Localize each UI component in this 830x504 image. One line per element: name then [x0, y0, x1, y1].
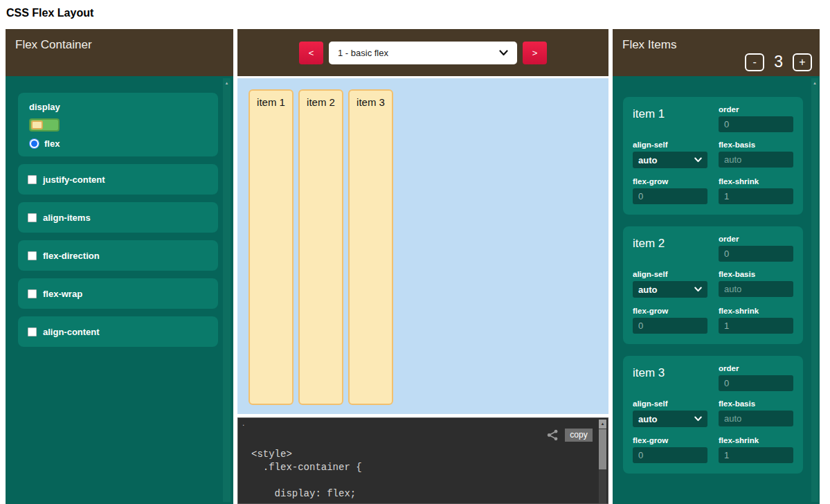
property-checkbox[interactable] — [28, 175, 37, 184]
flex-grow-field: flex-grow — [633, 307, 707, 336]
item-card-title: item 2 — [633, 235, 707, 264]
display-flex-radio[interactable] — [29, 138, 39, 149]
flex-basis-label: flex-basis — [719, 399, 793, 408]
flex-shrink-label: flex-shrink — [719, 177, 793, 186]
code-toolbar: copy — [547, 429, 593, 442]
display-toggle[interactable] — [29, 118, 60, 132]
property-checkbox[interactable] — [28, 327, 37, 336]
preset-select[interactable]: 1 - basic flex — [329, 42, 517, 64]
preview-panel: < 1 - basic flex > item 1item 2item 3 . … — [237, 29, 608, 504]
scroll-up-icon[interactable]: ▲ — [223, 78, 231, 86]
flex-shrink-field: flex-shrink — [719, 307, 793, 336]
chevron-down-icon — [499, 50, 508, 56]
order-field: order — [719, 364, 793, 393]
item-cards-list: item 1 order align-self auto flex-grow f… — [613, 97, 820, 474]
flex-demo-item: item 3 — [348, 89, 393, 405]
flex-grow-field: flex-grow — [633, 436, 707, 465]
flex-grow-input[interactable] — [633, 447, 707, 463]
flex-shrink-field: flex-shrink — [719, 436, 793, 465]
align-self-label: align-self — [633, 399, 707, 408]
add-item-button[interactable]: + — [793, 53, 812, 71]
align-self-label: align-self — [633, 141, 707, 149]
flex-container-body: display flex justify-content align-items… — [6, 76, 233, 504]
order-label: order — [719, 364, 793, 372]
display-flex-radio-row: flex — [29, 138, 218, 149]
flex-basis-field: flex-basis — [719, 270, 793, 300]
display-label: display — [29, 102, 218, 112]
property-label: flex-direction — [43, 251, 100, 261]
flex-item-card: item 2 order align-self auto flex-grow f… — [623, 226, 803, 344]
flex-items-title: Flex Items — [622, 38, 676, 52]
flex-demo-item: item 1 — [249, 89, 294, 405]
flex-shrink-label: flex-shrink — [719, 436, 793, 444]
flex-container-header: Flex Container — [6, 29, 233, 76]
display-flex-radio-label: flex — [44, 138, 60, 149]
remove-item-button[interactable]: - — [745, 53, 764, 71]
property-checkbox[interactable] — [28, 213, 37, 222]
order-input[interactable] — [719, 246, 793, 262]
container-property-card[interactable]: flex-direction — [18, 240, 218, 271]
flex-grow-input[interactable] — [633, 318, 707, 334]
flex-shrink-input[interactable] — [719, 188, 793, 204]
container-property-card[interactable]: justify-content — [18, 164, 218, 195]
flex-shrink-input[interactable] — [719, 447, 793, 463]
flex-grow-input[interactable] — [633, 188, 707, 204]
chevron-down-icon — [694, 157, 702, 163]
main-columns: Flex Container display flex justify-cont… — [6, 29, 820, 504]
container-property-list: justify-content align-items flex-directi… — [6, 164, 233, 347]
container-property-card[interactable]: align-items — [18, 202, 218, 233]
align-self-select[interactable]: auto — [633, 281, 707, 298]
scroll-up-icon[interactable]: ▲ — [811, 78, 818, 86]
left-panel-scrollbar[interactable]: ▲ — [223, 78, 231, 502]
flex-basis-field: flex-basis — [719, 141, 793, 170]
align-self-select[interactable]: auto — [633, 411, 707, 427]
toggle-knob-icon — [31, 120, 43, 129]
order-label: order — [719, 235, 793, 243]
order-input[interactable] — [719, 116, 793, 132]
page-title: CSS Flex Layout — [6, 7, 93, 19]
align-self-value: auto — [638, 155, 694, 165]
copy-button[interactable]: copy — [565, 429, 593, 442]
preset-select-value: 1 - basic flex — [338, 48, 499, 58]
flex-shrink-label: flex-shrink — [719, 307, 793, 315]
align-self-value: auto — [638, 285, 694, 295]
property-checkbox[interactable] — [28, 289, 37, 298]
code-corner-dot: . — [242, 418, 244, 428]
align-self-label: align-self — [633, 270, 707, 278]
code-scrollbar[interactable]: ▲ — [599, 420, 606, 503]
code-scroll-thumb[interactable] — [599, 429, 606, 469]
code-panel: . <style> .flex-container { display: fle… — [237, 417, 608, 504]
flex-container-panel: Flex Container display flex justify-cont… — [6, 29, 233, 504]
flex-basis-input[interactable] — [719, 281, 793, 297]
flex-items-header: Flex Items - 3 + — [613, 29, 820, 76]
flex-grow-field: flex-grow — [633, 177, 707, 206]
flex-preview-area: item 1item 2item 3 — [237, 78, 608, 414]
flex-item-card: item 3 order align-self auto flex-grow f… — [623, 356, 803, 474]
chevron-down-icon — [694, 416, 702, 422]
property-checkbox[interactable] — [28, 251, 37, 260]
flex-grow-label: flex-grow — [633, 307, 707, 315]
container-property-card[interactable]: flex-wrap — [18, 278, 218, 309]
order-field: order — [719, 235, 793, 264]
container-property-card[interactable]: align-content — [18, 316, 218, 347]
flex-container-title: Flex Container — [15, 38, 92, 52]
prev-preset-button[interactable]: < — [299, 42, 323, 64]
items-counter: - 3 + — [745, 53, 812, 71]
property-label: align-items — [43, 213, 91, 223]
order-input[interactable] — [719, 375, 793, 391]
flex-basis-input[interactable] — [719, 152, 793, 168]
flex-shrink-input[interactable] — [719, 318, 793, 334]
flex-basis-input[interactable] — [719, 411, 793, 426]
align-self-select[interactable]: auto — [633, 152, 707, 168]
next-preset-button[interactable]: > — [523, 42, 547, 64]
code-scroll-up-icon[interactable]: ▲ — [599, 420, 606, 429]
property-label: flex-wrap — [43, 289, 82, 299]
share-icon[interactable] — [547, 429, 559, 441]
right-panel-scrollbar[interactable]: ▲ — [811, 78, 818, 502]
flex-item-card: item 1 order align-self auto flex-grow f… — [623, 97, 803, 215]
flex-items-body: item 1 order align-self auto flex-grow f… — [613, 76, 820, 504]
order-label: order — [719, 105, 793, 114]
property-label: align-content — [43, 327, 100, 337]
property-label: justify-content — [43, 174, 105, 185]
flex-basis-label: flex-basis — [719, 270, 793, 278]
